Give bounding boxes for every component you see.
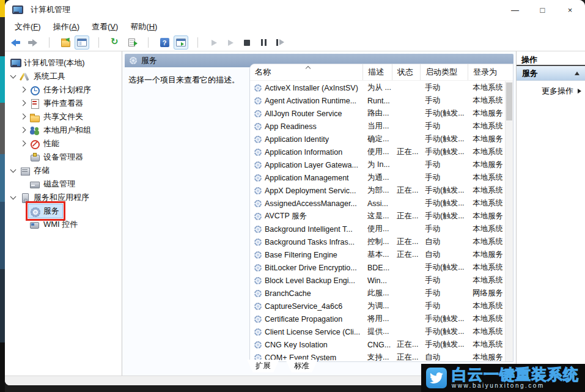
tree-item-disk-management[interactable]: 磁盘管理 [5, 177, 122, 191]
tree-item-performance[interactable]: 性能 [5, 137, 122, 150]
service-row[interactable]: Application Identity 确定... 手动(触发... 本地服务 [250, 133, 505, 146]
service-logon-as: 本地服务 [468, 134, 502, 144]
help-button[interactable] [157, 35, 172, 50]
toolbar [5, 34, 585, 51]
service-row[interactable]: BitLocker Drive Encryptio... BDE... 手动(触… [250, 261, 505, 274]
service-row[interactable]: AppX Deployment Servic... 为部... 正在... 手动… [250, 184, 505, 197]
vertical-scrollbar[interactable] [505, 81, 513, 361]
more-actions-arrow-icon [578, 89, 581, 94]
service-row[interactable]: Application Layer Gatewa... 为 In... 手动 本… [250, 158, 505, 171]
service-name: Application Identity [265, 135, 329, 144]
service-row[interactable]: App Readiness 当用... 手动 本地系统 [250, 120, 505, 133]
tree-item-storage[interactable]: 存储 [5, 164, 122, 177]
service-row[interactable]: Application Management 为通... 手动 本地系统 [250, 171, 505, 184]
start-service-button[interactable] [207, 35, 221, 50]
tree-item-device-manager[interactable]: 设备管理器 [5, 150, 122, 164]
service-description: BDE... [362, 264, 392, 272]
service-logon-as: 本地系统 [468, 185, 502, 196]
view-tab[interactable]: 标准 [285, 360, 318, 372]
tree-expander-icon[interactable] [18, 152, 28, 162]
scrollbar-thumb[interactable] [506, 83, 512, 120]
tree-item-services[interactable]: 服务 [5, 204, 122, 218]
stop-service-button[interactable] [240, 35, 254, 50]
tree-item-wmi-control[interactable]: WMI 控件 [5, 218, 122, 231]
menu-item[interactable]: 文件(F) [9, 20, 47, 34]
title-bar[interactable]: 计算机管理 — □ × [5, 0, 585, 20]
tree-item-services-and-applications[interactable]: 服务和应用程序 [5, 191, 122, 204]
column-header[interactable]: 状态 [392, 64, 420, 80]
service-row[interactable]: Application Information 使用... 正在... 手动(触… [250, 146, 505, 158]
tree-item-computer-management-local[interactable]: 计算机管理(本地) [5, 56, 122, 70]
tree-item-icon [30, 180, 40, 189]
tree-item-icon [20, 193, 31, 202]
service-row[interactable]: Background Intelligent T... 使用... 手动 本地系… [250, 223, 505, 235]
tree-item-local-users-groups[interactable]: 本地用户和组 [5, 124, 122, 137]
service-description: 为调... [362, 301, 392, 311]
column-header[interactable]: 名称 [250, 64, 362, 80]
service-row[interactable]: BranchCache 此服... 手动 网络服务 [250, 287, 505, 300]
service-row[interactable]: AllJoyn Router Service 路由... 手动(触发... 本地… [250, 107, 505, 120]
service-row[interactable]: AssignedAccessManager... Assi... 手动(触发..… [250, 197, 505, 210]
collapse-section-icon[interactable] [575, 72, 579, 75]
menu-item[interactable]: 查看(V) [86, 20, 124, 34]
open-folder-button[interactable] [58, 35, 73, 50]
service-row[interactable]: CaptureService_4a6c6 为调... 手动 本地系统 [250, 300, 505, 312]
service-description: 为 In... [362, 160, 392, 170]
menu-item[interactable]: 操作(A) [47, 20, 86, 34]
tree-item-icon [30, 220, 40, 229]
tree-expander-icon[interactable] [18, 179, 28, 189]
service-row[interactable]: Certificate Propagation 将用... 手动(触发... 本… [250, 312, 505, 325]
tree-expander-icon[interactable] [18, 85, 28, 95]
service-row[interactable]: AVCTP 服务 这是... 正在... 手动(触发... 本地服务 [250, 210, 505, 223]
tree-expander-icon[interactable] [18, 206, 28, 216]
resume-service-button[interactable] [223, 35, 238, 50]
service-startup-type: 手动 [420, 83, 468, 93]
service-name: ActiveX Installer (AxInstSV) [265, 84, 358, 92]
sort-ascending-icon [306, 66, 311, 71]
view-tab[interactable]: 扩展 [247, 360, 279, 372]
more-actions-item[interactable]: 更多操作 [517, 81, 585, 97]
close-button[interactable]: × [556, 0, 584, 20]
tree-expander-icon[interactable] [9, 72, 18, 81]
tree-item-label: 服务 [43, 205, 59, 216]
tree-item-shared-folders[interactable]: 共享文件夹 [5, 110, 122, 124]
refresh-button[interactable] [108, 35, 122, 50]
tree-expander-icon[interactable] [18, 112, 28, 122]
restart-service-button[interactable] [273, 35, 287, 50]
service-row[interactable]: CNG Key Isolation CNG... 正在... 手动(触发... … [250, 338, 505, 351]
tree-item-task-scheduler[interactable]: 任务计划程序 [5, 83, 122, 97]
column-header[interactable]: 描述 [362, 64, 392, 80]
maximize-button[interactable]: □ [529, 0, 556, 20]
tree-item-system-tools[interactable]: 系统工具 [5, 70, 122, 83]
tree-expander-icon[interactable] [9, 166, 18, 176]
tree-expander-icon[interactable] [18, 139, 28, 149]
service-row[interactable]: Background Tasks Infras... 控制... 正在... 自… [250, 235, 505, 248]
show-action-pane-button[interactable] [174, 35, 188, 50]
service-row[interactable]: Agent Activation Runtime... Runt... 手动 本… [250, 94, 505, 107]
export-list-button[interactable] [124, 35, 139, 50]
service-row[interactable]: Block Level Backup Engi... Win... 手动 本地系… [250, 274, 505, 287]
minimize-button[interactable]: — [501, 0, 529, 20]
column-header[interactable]: 启动类型 [420, 64, 468, 80]
column-header[interactable]: 登录为 [468, 64, 502, 80]
service-name: CNG Key Isolation [265, 341, 328, 349]
service-row[interactable]: Base Filtering Engine 基本... 正在... 自动 本地服… [250, 248, 505, 261]
service-row[interactable]: Client License Service (Cli... 提供... 手动(… [250, 325, 505, 338]
pause-service-button[interactable] [256, 35, 271, 50]
tree-expander-icon[interactable] [7, 58, 9, 68]
actions-services-section[interactable]: 服务 [517, 66, 585, 81]
back-button[interactable] [9, 35, 23, 50]
tree-item-event-viewer[interactable]: 事件查看器 [5, 97, 122, 110]
tree-expander-icon[interactable] [18, 220, 28, 229]
service-logon-as: 网络服务 [468, 288, 502, 298]
service-row[interactable]: ActiveX Installer (AxInstSV) 为从 ... 手动 本… [250, 81, 505, 94]
forward-button[interactable] [25, 35, 40, 50]
tree-expander-icon[interactable] [18, 98, 28, 108]
tree-expander-icon[interactable] [9, 193, 18, 202]
service-gear-icon [254, 316, 262, 323]
show-console-tree-button[interactable] [75, 35, 89, 50]
service-gear-icon [254, 161, 262, 169]
service-description: 基本... [362, 250, 392, 260]
tree-expander-icon[interactable] [18, 125, 28, 135]
menu-item[interactable]: 帮助(H) [124, 20, 163, 34]
